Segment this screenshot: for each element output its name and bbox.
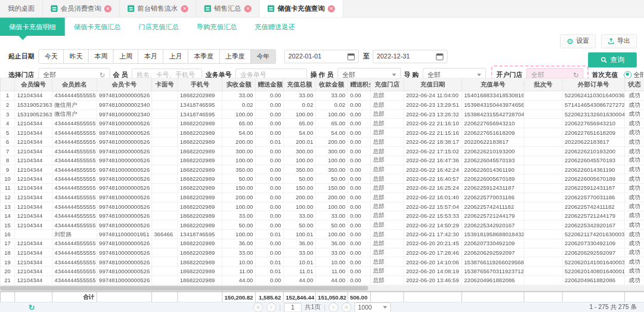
column-header[interactable]: 批次号 bbox=[524, 78, 562, 91]
quick-range-button[interactable]: 本周 bbox=[88, 50, 114, 64]
table-row[interactable]: 1512104344434444455555599748100000005261… bbox=[0, 220, 644, 229]
prev-page-button[interactable]: ‹ bbox=[267, 302, 277, 312]
horizontal-scrollbar[interactable] bbox=[0, 285, 644, 291]
quick-range-button[interactable]: 上季度 bbox=[219, 50, 250, 64]
column-header[interactable]: 会员姓名 bbox=[52, 78, 97, 91]
table-cell: 总部 bbox=[370, 248, 404, 257]
table-cell: 总部 bbox=[370, 267, 404, 276]
sub-tab[interactable]: 门店充值汇总 bbox=[129, 18, 187, 36]
table-row[interactable]: 1121043444344444555555997481000000052618… bbox=[0, 91, 644, 100]
table-cell bbox=[524, 248, 562, 257]
table-cell: 2206227656943210 bbox=[562, 119, 624, 128]
table-cell: 5220623132601630004 bbox=[562, 110, 624, 119]
table-cell: 8 bbox=[0, 156, 14, 165]
column-header[interactable]: 外部订单号 bbox=[562, 78, 624, 91]
last-page-button[interactable]: » bbox=[342, 302, 352, 312]
table-row[interactable]: 215319052363051微信用户997481000000234013418… bbox=[0, 100, 644, 109]
window-tab[interactable]: 会员消费查询✕ bbox=[43, 0, 120, 17]
quick-range-button[interactable]: 本季度 bbox=[188, 50, 219, 64]
page-size-select[interactable]: 1000 bbox=[354, 302, 391, 312]
column-header[interactable]: 赠送积分 bbox=[348, 78, 370, 91]
column-header[interactable]: 充值总额 bbox=[283, 78, 315, 91]
table-cell: 100.00 bbox=[315, 156, 348, 165]
table-row[interactable]: 6121043444344444555555997481000000052618… bbox=[0, 137, 644, 146]
date-to-input[interactable] bbox=[377, 53, 425, 60]
window-tab[interactable]: 销售汇总✕ bbox=[197, 0, 260, 17]
totals-cell bbox=[524, 292, 562, 302]
close-icon[interactable]: ✕ bbox=[181, 5, 188, 12]
column-header[interactable]: 赠送金额 bbox=[255, 78, 283, 91]
table-row[interactable]: 1312104344434444455555599748100000005261… bbox=[0, 202, 644, 211]
column-header[interactable]: 会员卡号 bbox=[97, 78, 151, 91]
calendar-icon[interactable] bbox=[436, 53, 443, 60]
table-row[interactable]: 1712104344434444455555599748100000005261… bbox=[0, 239, 644, 248]
table-cell: 36.00 bbox=[222, 239, 256, 248]
column-header[interactable]: 充值日期 bbox=[404, 78, 462, 91]
table-row[interactable]: 16刘世路99748110000019513664661341874659510… bbox=[0, 230, 644, 239]
table-cell: 12104344 bbox=[15, 165, 52, 174]
quick-range-button[interactable]: 上周 bbox=[113, 50, 139, 64]
quick-range-button[interactable]: 本月 bbox=[138, 50, 163, 64]
table-cell bbox=[151, 257, 177, 266]
date-from-input[interactable] bbox=[288, 53, 336, 60]
close-icon[interactable]: ✕ bbox=[328, 5, 335, 12]
quick-range-button[interactable]: 上月 bbox=[163, 50, 188, 64]
column-header[interactable]: 充值门店 bbox=[370, 78, 404, 91]
column-header[interactable]: 状态 bbox=[624, 78, 644, 91]
page-number-input[interactable] bbox=[284, 302, 302, 312]
column-header[interactable]: 收款金额 bbox=[315, 78, 348, 91]
table-row[interactable]: 1012104344434444455555599748100000005261… bbox=[0, 174, 644, 183]
table-cell: 36.00 bbox=[283, 239, 315, 248]
column-header[interactable]: 卡面号 bbox=[151, 78, 177, 91]
table-row[interactable]: 9121043444344444555555997481000000052618… bbox=[0, 165, 644, 174]
table-row[interactable]: 2012104344434444455555599748100000005261… bbox=[0, 267, 644, 276]
table-row[interactable]: 2112104344434444455555599748100000005261… bbox=[0, 276, 644, 285]
date-to-field[interactable] bbox=[373, 50, 447, 63]
sub-tab[interactable]: 充值赠送返还 bbox=[246, 18, 304, 36]
calendar-icon[interactable] bbox=[348, 53, 355, 60]
table-cell: 4344444555555 bbox=[52, 248, 97, 257]
export-button[interactable]: 导出 bbox=[601, 34, 637, 48]
table-cell: 366466 bbox=[151, 230, 177, 239]
column-header[interactable]: 会员编号 bbox=[15, 78, 52, 91]
close-icon[interactable]: ✕ bbox=[104, 5, 112, 12]
table-row[interactable]: 8121043444344444555555997481000000052618… bbox=[0, 156, 644, 165]
table-cell: 12 bbox=[0, 193, 14, 202]
table-row[interactable]: 315319052363051微信用户997481000000234013418… bbox=[0, 110, 644, 119]
column-header[interactable]: 充值单号 bbox=[462, 78, 524, 91]
window-tab[interactable]: 前台销售流水✕ bbox=[120, 0, 197, 17]
table-cell: 11.00 bbox=[222, 267, 256, 276]
table-cell: 12104344 bbox=[15, 156, 52, 165]
table-row[interactable]: 1912104344434444455555599748100000005261… bbox=[0, 257, 644, 266]
table-cell: 4344444555555 bbox=[52, 220, 97, 229]
refresh-icon[interactable]: ↻ bbox=[100, 72, 105, 78]
scrollbar-thumb[interactable] bbox=[0, 286, 368, 291]
first-page-button[interactable]: « bbox=[253, 302, 264, 312]
column-header[interactable]: 手机号 bbox=[178, 78, 222, 91]
refresh-icon[interactable]: ↻ bbox=[29, 304, 35, 311]
window-tab[interactable]: 储值卡充值查询✕ bbox=[260, 0, 343, 17]
date-from-field[interactable] bbox=[284, 50, 359, 63]
sub-tab[interactable]: 导购充值汇总 bbox=[188, 18, 246, 36]
column-header[interactable]: 实收金额 bbox=[222, 78, 256, 91]
table-row[interactable]: 1112104344434444455555599748100000005261… bbox=[0, 183, 644, 192]
table-cell: 200.01 bbox=[283, 137, 315, 146]
settings-button[interactable]: ⚙ 设置 bbox=[560, 34, 596, 48]
search-button[interactable]: 查询 bbox=[588, 52, 637, 67]
table-row[interactable]: 5121043444344444555555997481000000052618… bbox=[0, 128, 644, 137]
sub-tab[interactable]: 储值卡充值明细 bbox=[0, 18, 65, 36]
column-header[interactable] bbox=[0, 78, 14, 91]
quick-range-button[interactable]: 今年 bbox=[250, 50, 276, 64]
table-row[interactable]: 1812104344434444455555599748100000005261… bbox=[0, 248, 644, 257]
window-tab[interactable]: 我的桌面 bbox=[0, 0, 43, 17]
quick-range-button[interactable]: 昨天 bbox=[63, 50, 89, 64]
next-page-button[interactable]: › bbox=[329, 302, 339, 312]
table-row[interactable]: 4121043444344444555555997481000000052618… bbox=[0, 119, 644, 128]
quick-range-button[interactable]: 今天 bbox=[38, 50, 64, 64]
close-icon[interactable]: ✕ bbox=[244, 5, 252, 12]
table-row[interactable]: 1212104344434444455555599748100000005261… bbox=[0, 193, 644, 202]
sub-tab[interactable]: 储值卡充值汇总 bbox=[65, 18, 130, 36]
table-row[interactable]: 7121043444344444555555997481000000052618… bbox=[0, 146, 644, 155]
table-row[interactable]: 1412104344434444455555599748100000005261… bbox=[0, 211, 644, 220]
refresh-icon[interactable]: ↻ bbox=[573, 72, 578, 78]
